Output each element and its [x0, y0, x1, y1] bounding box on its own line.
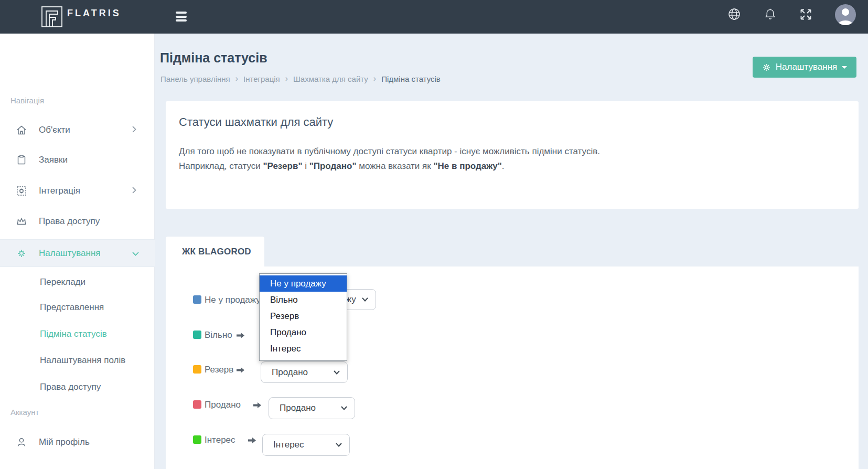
dropdown-option-sold[interactable]: Продано	[260, 324, 347, 340]
status-select-sold[interactable]: Продано	[269, 397, 355, 419]
arrow-right-icon	[248, 436, 256, 446]
breadcrumb-chessboard[interactable]: Шахматка для сайту	[293, 74, 368, 83]
info-line-1: Для того щоб не показувати в публічному …	[179, 144, 845, 159]
status-color-swatch	[193, 295, 201, 304]
chevron-down-icon	[341, 406, 347, 410]
chevron-down-icon	[336, 443, 342, 447]
user-icon	[16, 436, 27, 448]
settings-dropdown-button[interactable]: Налаштування	[753, 57, 856, 78]
gear-icon	[16, 248, 27, 259]
status-color-swatch	[193, 400, 201, 409]
status-label: Інтерес	[205, 435, 235, 445]
arrow-right-icon	[236, 332, 245, 341]
top-bar: FLATRIS	[0, 0, 868, 34]
clipboard-icon	[16, 154, 27, 166]
sidebar-subitem-status-substitution[interactable]: Підміна статусів	[0, 326, 155, 342]
info-card-heading: Статуси шахматки для сайту	[179, 115, 333, 129]
status-label: Резерв	[205, 365, 233, 375]
breadcrumb-dashboard[interactable]: Панель управління	[160, 74, 230, 83]
breadcrumb-current: Підміна статусів	[381, 74, 441, 83]
crown-icon	[16, 216, 27, 227]
tab-zhk-blagorod[interactable]: ЖК BLAGOROD	[166, 237, 264, 267]
sidebar: Навігація Об'єкти Заявки	[0, 34, 155, 469]
arrow-right-icon	[236, 366, 245, 376]
breadcrumb-separator: ›	[285, 74, 288, 83]
home-icon	[16, 124, 27, 136]
status-select-reserve[interactable]: Продано	[261, 361, 348, 383]
dropdown-option-interest[interactable]: Інтерес	[260, 340, 347, 357]
sidebar-item-settings[interactable]: Налаштування	[0, 239, 155, 267]
caret-down-icon	[842, 66, 847, 69]
status-label: Не у продажу	[205, 295, 261, 305]
sidebar-subitem-translations[interactable]: Переклади	[0, 274, 155, 290]
chevron-down-icon	[132, 248, 139, 259]
breadcrumb: Панель управління › Інтеграція › Шахматк…	[160, 74, 441, 83]
brand-name: FLATRIS	[67, 8, 121, 19]
sidebar-item-requests[interactable]: Заявки	[0, 148, 155, 172]
chevron-right-icon	[132, 186, 136, 196]
breadcrumb-separator: ›	[373, 74, 376, 83]
flatris-logo-icon[interactable]	[41, 6, 62, 29]
sidebar-item-objects[interactable]: Об'єкти	[0, 118, 155, 142]
dropdown-option-free[interactable]: Вільно	[260, 292, 347, 308]
sidebar-subitem-field-settings[interactable]: Налаштування полів	[0, 353, 155, 368]
sidebar-subitem-access-rights[interactable]: Права доступу	[0, 379, 155, 395]
menu-icon[interactable]	[176, 12, 187, 22]
status-select-interest[interactable]: Інтерес	[262, 434, 350, 456]
status-label: Продано	[205, 400, 241, 410]
status-label: Вільно	[205, 330, 232, 340]
sidebar-subitem-views[interactable]: Представлення	[0, 300, 155, 315]
status-color-swatch	[193, 365, 201, 374]
sidebar-item-integration[interactable]: Інтеграція	[0, 179, 155, 203]
integration-icon	[16, 185, 27, 197]
sidebar-item-access-rights[interactable]: Права доступу	[0, 209, 155, 233]
info-line-2: Наприклад, статуси "Резерв" і "Продано" …	[179, 159, 845, 174]
chevron-down-icon	[334, 370, 340, 375]
dropdown-option-not-for-sale[interactable]: Не у продажу	[260, 275, 347, 292]
sidebar-section-account: Аккаунт	[10, 408, 39, 417]
breadcrumb-separator: ›	[235, 74, 238, 83]
status-color-swatch	[193, 435, 201, 444]
bell-icon[interactable]	[763, 7, 777, 22]
status-color-swatch	[193, 331, 201, 339]
dropdown-option-reserve[interactable]: Резерв	[260, 308, 347, 324]
app-window: FLATRIS	[0, 0, 868, 469]
globe-icon[interactable]	[727, 7, 742, 22]
select-dropdown-list: Не у продажу Вільно Резерв Продано Інтер…	[259, 273, 347, 361]
fullscreen-icon[interactable]	[798, 7, 813, 22]
chevron-down-icon	[362, 297, 368, 302]
chevron-right-icon	[132, 125, 136, 135]
gear-icon	[762, 63, 771, 72]
arrow-right-icon	[253, 401, 262, 411]
info-card-text: Для того щоб не показувати в публічному …	[179, 144, 845, 174]
sidebar-item-my-profile[interactable]: Мій профіль	[0, 430, 155, 454]
info-card: Статуси шахматки для сайту Для того щоб …	[166, 101, 859, 209]
breadcrumb-integration[interactable]: Інтеграція	[243, 74, 280, 83]
sidebar-section-navigation: Навігація	[10, 96, 44, 105]
avatar[interactable]	[835, 4, 856, 25]
page-title: Підміна статусів	[160, 50, 267, 66]
sidebar-item-tariffs[interactable]: $ Тарифи	[0, 461, 155, 469]
